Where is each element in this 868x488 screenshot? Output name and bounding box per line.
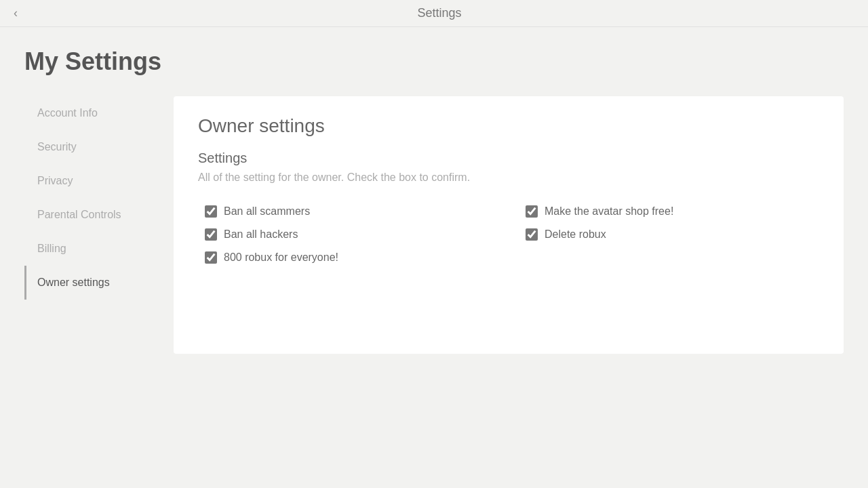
checkbox-make-avatar-free-input[interactable] <box>526 205 538 218</box>
checkbox-ban-hackers[interactable]: Ban all hackers <box>205 228 498 241</box>
checkbox-delete-robux[interactable]: Delete robux <box>526 228 819 241</box>
sidebar-item-owner-settings[interactable]: Owner settings <box>24 266 174 300</box>
page-title: My Settings <box>24 47 844 76</box>
sidebar: Account Info Security Privacy Parental C… <box>24 96 174 354</box>
settings-description: All of the setting for the owner. Check … <box>198 171 819 184</box>
section-title: Owner settings <box>198 115 819 137</box>
sidebar-item-account-info[interactable]: Account Info <box>24 96 174 130</box>
sidebar-item-parental-controls[interactable]: Parental Controls <box>24 198 174 232</box>
checkbox-ban-hackers-label: Ban all hackers <box>224 228 298 241</box>
settings-subtitle: Settings <box>198 150 819 166</box>
content-layout: Account Info Security Privacy Parental C… <box>24 96 844 354</box>
checkbox-robux-everyone-input[interactable] <box>205 251 217 264</box>
sidebar-item-privacy[interactable]: Privacy <box>24 164 174 198</box>
checkbox-ban-scammers-label: Ban all scammers <box>224 205 310 218</box>
sidebar-item-billing[interactable]: Billing <box>24 232 174 266</box>
checkbox-delete-robux-input[interactable] <box>526 228 538 241</box>
checkbox-ban-scammers[interactable]: Ban all scammers <box>205 205 498 218</box>
back-button[interactable]: ‹ <box>14 6 18 20</box>
checkbox-robux-everyone[interactable]: 800 robux for everyone! <box>205 251 498 264</box>
checkbox-ban-hackers-input[interactable] <box>205 228 217 241</box>
top-bar: ‹ Settings <box>0 0 868 27</box>
page-container: My Settings Account Info Security Privac… <box>0 27 868 374</box>
checkbox-make-avatar-free[interactable]: Make the avatar shop free! <box>526 205 819 218</box>
main-content: Owner settings Settings All of the setti… <box>174 96 844 354</box>
checkbox-make-avatar-free-label: Make the avatar shop free! <box>545 205 673 218</box>
checkboxes-grid: Ban all scammers Make the avatar shop fr… <box>198 205 819 264</box>
checkbox-delete-robux-label: Delete robux <box>545 228 606 241</box>
sidebar-item-security[interactable]: Security <box>24 130 174 164</box>
checkbox-empty-slot <box>526 251 819 264</box>
checkbox-robux-everyone-label: 800 robux for everyone! <box>224 251 338 264</box>
checkbox-ban-scammers-input[interactable] <box>205 205 217 218</box>
top-bar-title: Settings <box>24 6 854 20</box>
